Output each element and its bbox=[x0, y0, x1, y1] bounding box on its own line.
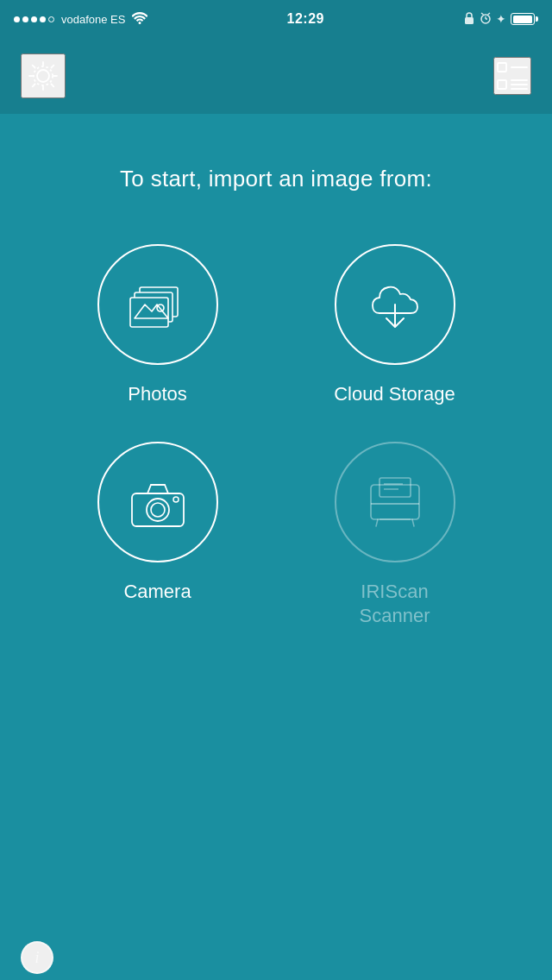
list-view-button[interactable] bbox=[493, 57, 531, 95]
settings-button[interactable] bbox=[21, 53, 66, 98]
svg-point-6 bbox=[37, 70, 49, 82]
status-bar: vodafone ES 12:29 ✦ bbox=[0, 0, 552, 38]
svg-line-4 bbox=[481, 13, 484, 15]
status-right: ✦ bbox=[463, 11, 538, 28]
svg-rect-0 bbox=[465, 17, 474, 24]
cloud-storage-label: Cloud Storage bbox=[334, 382, 455, 407]
iriscan-option[interactable]: IRIScan Scanner bbox=[289, 442, 500, 629]
camera-label: Camera bbox=[123, 580, 191, 605]
options-grid: Photos Cloud Storage bbox=[52, 244, 500, 629]
battery-body bbox=[511, 13, 535, 25]
svg-line-29 bbox=[376, 519, 378, 526]
carrier-label: vodafone ES bbox=[61, 13, 125, 26]
svg-point-20 bbox=[147, 499, 169, 521]
iriscan-circle bbox=[335, 442, 455, 562]
info-icon: i bbox=[34, 949, 39, 967]
signal-dot-2 bbox=[22, 16, 28, 22]
info-button[interactable]: i bbox=[21, 941, 53, 974]
photos-option[interactable]: Photos bbox=[52, 244, 263, 407]
signal-dot-1 bbox=[14, 16, 20, 22]
cloud-storage-circle bbox=[335, 244, 455, 365]
svg-rect-23 bbox=[371, 485, 419, 519]
lock-icon bbox=[463, 11, 475, 28]
svg-rect-24 bbox=[380, 478, 411, 497]
signal-dot-3 bbox=[31, 16, 37, 22]
svg-point-22 bbox=[173, 497, 179, 502]
bluetooth-icon: ✦ bbox=[496, 12, 506, 26]
battery-fill bbox=[513, 16, 532, 23]
svg-line-5 bbox=[488, 13, 491, 15]
cloud-storage-option[interactable]: Cloud Storage bbox=[289, 244, 500, 407]
battery-indicator bbox=[511, 13, 538, 25]
bottom-bar: i bbox=[0, 935, 552, 980]
svg-line-30 bbox=[412, 519, 414, 526]
signal-dot-5 bbox=[48, 16, 54, 22]
photos-label: Photos bbox=[128, 382, 187, 407]
photos-circle bbox=[97, 244, 218, 365]
alarm-icon bbox=[480, 11, 492, 28]
camera-option[interactable]: Camera bbox=[52, 442, 263, 629]
signal-dots bbox=[14, 16, 54, 22]
svg-point-21 bbox=[151, 503, 165, 517]
status-left: vodafone ES bbox=[14, 12, 147, 27]
svg-rect-9 bbox=[498, 80, 506, 89]
iriscan-label: IRIScan Scanner bbox=[360, 580, 430, 629]
battery-tip bbox=[536, 16, 538, 22]
camera-circle bbox=[97, 442, 218, 562]
main-content: To start, import an image from: Photo bbox=[0, 114, 552, 935]
prompt-text: To start, import an image from: bbox=[120, 166, 432, 192]
wifi-icon bbox=[132, 12, 147, 27]
nav-bar bbox=[0, 38, 552, 114]
signal-dot-4 bbox=[40, 16, 46, 22]
status-time: 12:29 bbox=[287, 11, 324, 27]
svg-rect-8 bbox=[498, 63, 506, 72]
